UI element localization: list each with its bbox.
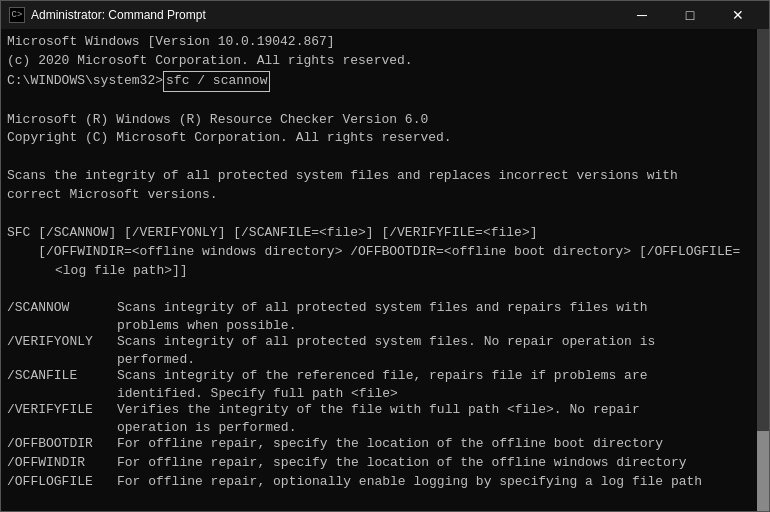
option-row: /VERIFYONLYScans integrity of all protec… bbox=[7, 333, 763, 352]
prompt-text: C:\WINDOWS\system32> bbox=[7, 72, 163, 91]
option-row: /SCANFILEScans integrity of the referenc… bbox=[7, 367, 763, 386]
option-key: /VERIFYONLY bbox=[7, 333, 117, 352]
syntax-cont-line: [/OFFWINDIR=<offline windows directory> … bbox=[7, 243, 763, 262]
option-row: /OFFWINDIRFor offline repair, specify th… bbox=[7, 454, 763, 473]
console-line-5: Copyright (C) Microsoft Corporation. All… bbox=[7, 129, 763, 148]
empty-line-3 bbox=[7, 205, 763, 224]
option-row: /OFFBOOTDIRFor offline repair, specify t… bbox=[7, 435, 763, 454]
option-row: /VERIFYFILEVerifies the integrity of the… bbox=[7, 401, 763, 420]
option-key: /OFFWINDIR bbox=[7, 454, 117, 473]
option-value: Scans integrity of all protected system … bbox=[117, 299, 763, 318]
scrollbar-thumb[interactable] bbox=[757, 431, 769, 511]
syntax-line: SFC [/SCANNOW] [/VERIFYONLY] [/SCANFILE=… bbox=[7, 224, 763, 243]
syntax-cont2-line: <log file path>]] bbox=[7, 262, 763, 281]
option-key: /SCANFILE bbox=[7, 367, 117, 386]
option-value: For offline repair, specify the location… bbox=[117, 454, 763, 473]
option-row: /OFFLOGFILEFor offline repair, optionall… bbox=[7, 473, 763, 492]
option-value: Scans integrity of all protected system … bbox=[117, 333, 763, 352]
option-value: For offline repair, specify the location… bbox=[117, 435, 763, 454]
option-value-cont: problems when possible. bbox=[7, 318, 763, 333]
window: C> Administrator: Command Prompt ─ □ ✕ M… bbox=[0, 0, 770, 512]
option-value: For offline repair, optionally enable lo… bbox=[117, 473, 763, 492]
option-value: Verifies the integrity of the file with … bbox=[117, 401, 763, 420]
empty-line-1 bbox=[7, 92, 763, 111]
window-icon: C> bbox=[9, 7, 25, 23]
option-value-cont: performed. bbox=[7, 352, 763, 367]
console-line-1: Microsoft Windows [Version 10.0.19042.86… bbox=[7, 33, 763, 52]
title-bar-text: Administrator: Command Prompt bbox=[31, 8, 619, 22]
eg-label: e.g. bbox=[7, 510, 763, 511]
option-row: /SCANNOWScans integrity of all protected… bbox=[7, 299, 763, 318]
option-value-cont: identified. Specify full path <file> bbox=[7, 386, 763, 401]
title-bar-controls: ─ □ ✕ bbox=[619, 1, 761, 29]
options-container: /SCANNOWScans integrity of all protected… bbox=[7, 299, 763, 491]
title-bar: C> Administrator: Command Prompt ─ □ ✕ bbox=[1, 1, 769, 29]
console-line-7: Scans the integrity of all protected sys… bbox=[7, 167, 763, 186]
maximize-button[interactable]: □ bbox=[667, 1, 713, 29]
minimize-button[interactable]: ─ bbox=[619, 1, 665, 29]
console-line-4: Microsoft (R) Windows (R) Resource Check… bbox=[7, 111, 763, 130]
empty-line-4 bbox=[7, 280, 763, 299]
console-line-8: correct Microsoft versions. bbox=[7, 186, 763, 205]
option-value: Scans integrity of the referenced file, … bbox=[117, 367, 763, 386]
prompt-line: C:\WINDOWS\system32>sfc / scannow bbox=[7, 71, 763, 92]
command-text: sfc / scannow bbox=[163, 71, 270, 92]
console-body: Microsoft Windows [Version 10.0.19042.86… bbox=[1, 29, 769, 511]
empty-line-2 bbox=[7, 148, 763, 167]
option-key: /OFFLOGFILE bbox=[7, 473, 117, 492]
option-key: /SCANNOW bbox=[7, 299, 117, 318]
console-line-2: (c) 2020 Microsoft Corporation. All righ… bbox=[7, 52, 763, 71]
option-value-cont: operation is performed. bbox=[7, 420, 763, 435]
empty-line-5 bbox=[7, 491, 763, 510]
option-key: /VERIFYFILE bbox=[7, 401, 117, 420]
option-key: /OFFBOOTDIR bbox=[7, 435, 117, 454]
scrollbar[interactable] bbox=[757, 29, 769, 511]
close-button[interactable]: ✕ bbox=[715, 1, 761, 29]
